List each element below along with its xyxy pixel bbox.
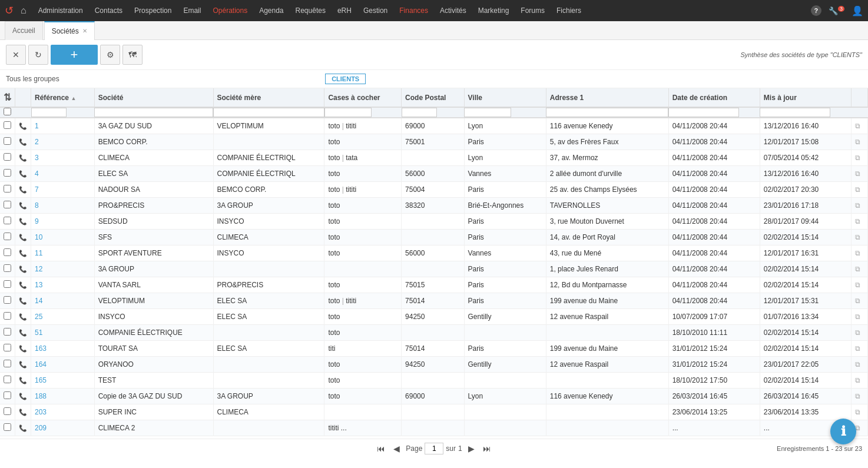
row-checkbox[interactable] [4,169,11,177]
clear-button[interactable]: ✕ [6,45,26,65]
last-page-button[interactable]: ⏭ [481,443,493,454]
tools-icon[interactable]: 🔧3 [829,6,844,15]
filter-ville[interactable] [464,108,511,117]
first-page-button[interactable]: ⏮ [375,443,387,454]
nav-marketing[interactable]: Marketing [473,0,514,21]
copy-icon[interactable]: ⧉ [855,249,860,257]
select-all-checkbox[interactable] [4,108,11,115]
row-ref-link[interactable]: 25 [35,313,42,321]
row-checkbox[interactable] [4,407,11,415]
phone-icon[interactable]: 📞 [19,377,27,384]
row-checkbox[interactable] [4,391,11,399]
nav-requetes[interactable]: Requêtes [291,0,330,21]
row-checkbox[interactable] [4,264,11,272]
nav-fichiers[interactable]: Fichiers [552,0,586,21]
copy-icon[interactable]: ⧉ [855,344,860,353]
prev-page-button[interactable]: ◀ [391,443,402,454]
copy-icon[interactable]: ⧉ [855,233,860,241]
copy-icon[interactable]: ⧉ [855,328,860,337]
col-ref[interactable]: Référence ▲ [31,88,95,107]
row-ref-link[interactable]: 51 [35,328,42,337]
phone-icon[interactable]: 📞 [19,170,27,177]
row-checkbox[interactable] [4,423,11,431]
map-button[interactable]: 🗺 [122,45,143,65]
phone-icon[interactable]: 📞 [19,281,27,288]
row-ref-link[interactable]: 209 [35,424,47,432]
next-page-button[interactable]: ▶ [466,443,477,454]
nav-finances[interactable]: Finances [395,0,433,21]
page-input[interactable] [425,443,443,454]
tab-accueil[interactable]: Accueil [5,21,43,40]
phone-icon[interactable]: 📞 [19,186,27,193]
copy-icon[interactable]: ⧉ [855,201,860,210]
filter-mere[interactable] [213,108,324,117]
phone-icon[interactable]: 📞 [19,345,27,352]
fab-button[interactable]: ℹ [830,419,856,444]
add-button[interactable]: + [51,45,98,65]
row-ref-link[interactable]: 4 [35,170,39,178]
settings-button[interactable]: ⚙ [100,45,120,65]
row-ref-link[interactable]: 14 [35,297,42,305]
row-checkbox[interactable] [4,217,11,224]
clients-badge[interactable]: CLIENTS [325,74,366,84]
row-checkbox[interactable] [4,280,11,288]
copy-icon[interactable]: ⧉ [855,313,860,321]
row-checkbox[interactable] [4,201,11,208]
phone-icon[interactable]: 📞 [19,313,27,320]
nav-activites[interactable]: Activités [435,0,471,21]
user-icon[interactable]: 👤 [852,5,863,16]
row-checkbox[interactable] [4,344,11,351]
row-checkbox[interactable] [4,328,11,336]
filter-code-postal[interactable] [402,108,437,117]
row-ref-link[interactable]: 203 [35,408,47,416]
row-ref-link[interactable]: 1 [35,122,39,130]
copy-icon[interactable]: ⧉ [855,122,860,130]
phone-icon[interactable]: 📞 [19,409,27,416]
filter-societe[interactable] [94,108,213,117]
row-checkbox[interactable] [4,153,11,161]
nav-agenda[interactable]: Agenda [254,0,288,21]
phone-icon[interactable]: 📞 [19,393,27,400]
row-checkbox[interactable] [4,376,11,383]
tab-close-icon[interactable]: ✕ [82,22,87,41]
phone-icon[interactable]: 📞 [19,329,27,336]
row-ref-link[interactable]: 12 [35,265,42,273]
filter-adresse[interactable] [546,108,668,117]
copy-icon[interactable]: ⧉ [855,170,860,178]
home-icon[interactable]: ⌂ [21,5,26,16]
phone-icon[interactable]: 📞 [19,122,27,130]
nav-prospection[interactable]: Prospection [130,0,176,21]
phone-icon[interactable]: 📞 [19,202,27,209]
copy-icon[interactable]: ⧉ [855,138,860,146]
phone-icon[interactable]: 📞 [19,234,27,241]
copy-icon[interactable]: ⧉ [855,281,860,289]
row-ref-link[interactable]: 7 [35,185,39,194]
row-ref-link[interactable]: 188 [35,392,47,400]
help-icon[interactable]: ? [811,5,821,16]
nav-operations[interactable]: Opérations [208,0,252,21]
copy-icon[interactable]: ⧉ [855,154,860,162]
nav-gestion[interactable]: Gestion [359,0,392,21]
phone-icon[interactable]: 📞 [19,250,27,257]
row-ref-link[interactable]: 164 [35,360,47,369]
copy-icon[interactable]: ⧉ [855,360,860,369]
phone-icon[interactable]: 📞 [19,218,27,225]
copy-icon[interactable]: ⧉ [855,297,860,305]
row-ref-link[interactable]: 10 [35,233,42,241]
row-ref-link[interactable]: 11 [35,249,42,257]
row-ref-link[interactable]: 8 [35,201,39,210]
copy-icon[interactable]: ⧉ [855,217,860,225]
filter-date[interactable] [668,108,739,117]
filter-maj[interactable] [760,108,830,117]
phone-icon[interactable]: 📞 [19,265,27,273]
copy-icon[interactable]: ⧉ [855,265,860,273]
phone-icon[interactable]: 📞 [19,297,27,304]
row-ref-link[interactable]: 3 [35,154,39,162]
phone-icon[interactable]: 📞 [19,424,27,432]
phone-icon[interactable]: 📞 [19,138,27,145]
copy-icon[interactable]: ⧉ [855,185,860,194]
brand-icon[interactable]: ↺ [5,4,14,17]
refresh-button[interactable]: ↻ [28,45,48,65]
row-checkbox[interactable] [4,137,11,145]
copy-icon[interactable]: ⧉ [855,408,860,416]
